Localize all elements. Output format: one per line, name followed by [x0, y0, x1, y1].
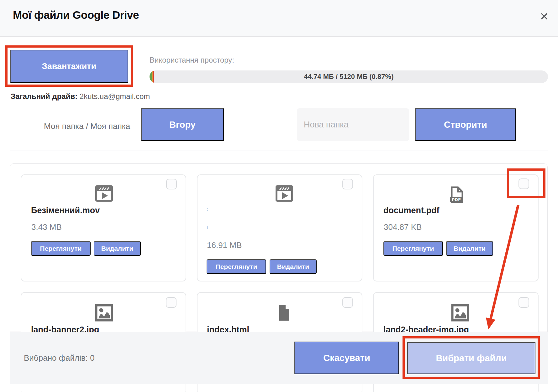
cancel-button[interactable]: Скасувати	[294, 342, 399, 374]
file-checkbox[interactable]	[342, 297, 353, 308]
image-file-icon	[451, 304, 469, 323]
file-name: document.pdf	[383, 206, 439, 215]
folder-up-button[interactable]: Вгору	[141, 108, 224, 141]
pdf-file-icon: PDF	[449, 186, 464, 205]
video-file-icon	[95, 185, 113, 203]
storage-usage-value: 44.74 МБ / 5120 МБ (0.87%)	[150, 70, 548, 83]
file-checkbox[interactable]	[342, 179, 353, 189]
close-icon	[540, 12, 549, 22]
file-checkbox[interactable]	[519, 178, 529, 189]
shared-drive-label: Загальний драйв:	[11, 92, 77, 101]
shared-drive-line: Загальний драйв: 2kuts.ua@gmail.com	[11, 92, 150, 101]
storage-usage-label: Використання простору:	[150, 56, 234, 64]
delete-file-button[interactable]: Видалити	[94, 241, 141, 256]
file-size: 304.87 KB	[384, 222, 422, 232]
file-card: Безіменний.mov 3.43 MB Переглянути Видал…	[21, 174, 186, 281]
delete-file-button[interactable]: Видалити	[270, 259, 317, 274]
file-checkbox[interactable]	[519, 297, 529, 308]
toolbar-divider	[10, 151, 548, 151]
selected-files-count: Вибрано файлів: 0	[24, 353, 95, 363]
page-title: Мої файли Google Drive	[13, 9, 139, 21]
document-file-icon	[278, 304, 291, 322]
view-file-button[interactable]: Переглянути	[207, 259, 266, 274]
file-name-fragment: ı	[207, 224, 208, 230]
file-name: Безіменний.mov	[31, 206, 100, 215]
create-folder-button[interactable]: Створити	[415, 108, 516, 141]
select-files-button[interactable]: Вибрати файли	[407, 342, 535, 374]
file-checkbox[interactable]	[166, 297, 176, 308]
shared-drive-email: 2kuts.ua@gmail.com	[80, 92, 150, 101]
view-file-button[interactable]: Переглянути	[31, 241, 91, 256]
image-file-icon	[95, 304, 113, 323]
file-card: : ı 16.91 MB Переглянути Видалити	[197, 174, 362, 281]
view-file-button[interactable]: Переглянути	[383, 241, 443, 256]
new-folder-input[interactable]	[297, 108, 409, 141]
svg-text:PDF: PDF	[452, 197, 461, 202]
close-button[interactable]	[538, 11, 550, 23]
file-card: PDF document.pdf 304.87 KB Переглянути В…	[373, 174, 539, 281]
breadcrumb: Моя папка / Моя папка	[44, 121, 130, 131]
storage-progress-bar: 44.74 МБ / 5120 МБ (0.87%)	[150, 70, 548, 83]
file-size: 16.91 MB	[207, 240, 242, 250]
upload-button[interactable]: Завантажити	[10, 50, 128, 83]
video-file-icon	[276, 185, 293, 203]
file-size: 3.43 MB	[31, 222, 62, 232]
delete-file-button[interactable]: Видалити	[446, 241, 493, 256]
file-name-fragment: :	[207, 206, 208, 212]
file-checkbox[interactable]	[166, 179, 177, 189]
